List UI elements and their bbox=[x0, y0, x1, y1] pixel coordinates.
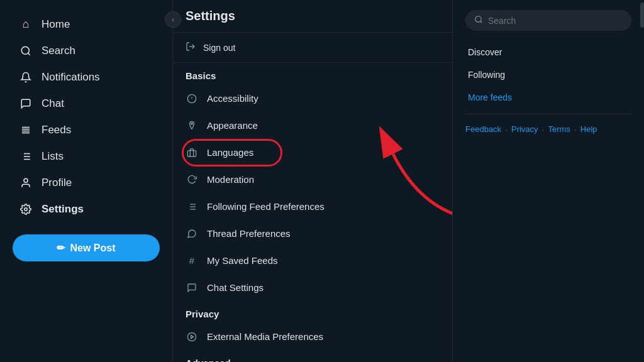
external-media-icon bbox=[186, 332, 198, 342]
settings-item-thread-prefs[interactable]: Thread Preferences bbox=[173, 220, 452, 247]
search-bar-icon bbox=[474, 15, 483, 26]
section-title-advanced: Advanced bbox=[173, 350, 452, 362]
terms-link[interactable]: Terms bbox=[548, 124, 570, 134]
sidebar-item-search[interactable]: Search bbox=[10, 38, 162, 63]
help-link[interactable]: Help bbox=[580, 124, 597, 134]
sign-out-label: Sign out bbox=[203, 43, 235, 53]
sidebar-item-home-label: Home bbox=[42, 18, 70, 31]
settings-item-accessibility[interactable]: Accessibility bbox=[173, 85, 452, 112]
settings-item-chat-settings[interactable]: Chat Settings bbox=[173, 274, 452, 301]
lists-icon bbox=[19, 151, 33, 162]
svg-point-26 bbox=[187, 332, 196, 341]
sidebar-item-feeds-label: Feeds bbox=[42, 124, 71, 136]
more-feeds-link[interactable]: More feeds bbox=[465, 89, 631, 106]
settings-item-external-media[interactable]: External Media Preferences bbox=[173, 323, 452, 350]
sidebar-item-notifications[interactable]: Notifications bbox=[10, 65, 162, 90]
scrollbar-track bbox=[640, 0, 644, 362]
sidebar-nav: ⌂ Home Search Notifications Chat F bbox=[0, 6, 172, 227]
new-post-icon: ✏ bbox=[57, 242, 65, 254]
languages-label: Languages bbox=[207, 147, 253, 158]
thread-prefs-icon bbox=[186, 229, 198, 239]
following-link[interactable]: Following bbox=[465, 66, 631, 84]
accessibility-label: Accessibility bbox=[207, 93, 258, 104]
moderation-label: Moderation bbox=[207, 174, 254, 185]
new-post-button[interactable]: ✏ New Post bbox=[13, 234, 160, 261]
sidebar-item-profile-label: Profile bbox=[42, 177, 72, 189]
footer-links: Feedback · Privacy · Terms · Help bbox=[465, 124, 631, 134]
feeds-icon bbox=[19, 124, 33, 136]
svg-line-30 bbox=[480, 21, 482, 23]
languages-icon bbox=[186, 148, 198, 158]
following-feed-icon bbox=[186, 202, 198, 212]
sidebar-item-feeds[interactable]: Feeds bbox=[10, 118, 162, 143]
sidebar-collapse-button[interactable]: ‹ bbox=[165, 11, 181, 28]
sidebar: ‹ ⌂ Home Search Notifications Chat bbox=[0, 0, 173, 362]
sidebar-item-profile[interactable]: Profile bbox=[10, 170, 162, 195]
settings-item-moderation[interactable]: Moderation bbox=[173, 166, 452, 193]
right-panel: Discover Following More feeds Feedback ·… bbox=[453, 0, 644, 362]
divider bbox=[465, 114, 631, 114]
sidebar-item-lists-label: Lists bbox=[42, 150, 64, 163]
settings-item-following-feed[interactable]: Following Feed Preferences bbox=[173, 193, 452, 220]
search-input[interactable] bbox=[488, 16, 623, 26]
moderation-icon bbox=[186, 175, 198, 185]
sidebar-item-chat[interactable]: Chat bbox=[10, 91, 162, 116]
scrollbar-thumb[interactable] bbox=[640, 3, 644, 28]
svg-point-29 bbox=[475, 16, 481, 22]
search-bar[interactable] bbox=[465, 10, 631, 31]
chat-icon bbox=[19, 98, 33, 109]
svg-line-1 bbox=[28, 53, 30, 55]
sidebar-item-chat-label: Chat bbox=[42, 97, 64, 110]
sidebar-item-settings[interactable]: Settings bbox=[10, 197, 162, 222]
appearance-icon bbox=[186, 121, 198, 131]
saved-feeds-label: My Saved Feeds bbox=[207, 255, 278, 266]
home-icon: ⌂ bbox=[19, 18, 33, 31]
section-title-basics: Basics bbox=[173, 63, 452, 85]
sign-out-icon bbox=[186, 41, 196, 53]
settings-icon bbox=[19, 204, 33, 215]
svg-point-18 bbox=[191, 123, 193, 124]
settings-item-appearance[interactable]: Appearance bbox=[173, 112, 452, 139]
settings-item-languages[interactable]: Languages bbox=[173, 139, 452, 166]
settings-panel: Settings Sign out Basics Accessibility A… bbox=[173, 0, 453, 362]
external-media-label: External Media Preferences bbox=[207, 331, 323, 342]
svg-point-12 bbox=[24, 178, 28, 182]
discover-link[interactable]: Discover bbox=[465, 43, 631, 61]
sidebar-item-home[interactable]: ⌂ Home bbox=[10, 11, 162, 37]
svg-point-0 bbox=[21, 47, 29, 54]
bell-icon bbox=[19, 72, 33, 83]
settings-title: Settings bbox=[186, 9, 235, 23]
settings-header: Settings bbox=[173, 0, 452, 33]
new-post-label: New Post bbox=[70, 243, 115, 254]
chat-settings-label: Chat Settings bbox=[207, 282, 264, 293]
sidebar-item-notifications-label: Notifications bbox=[42, 71, 100, 84]
sidebar-item-search-label: Search bbox=[42, 45, 75, 57]
svg-marker-27 bbox=[191, 335, 194, 338]
accessibility-icon bbox=[186, 94, 198, 104]
sign-out-item[interactable]: Sign out bbox=[173, 33, 452, 63]
search-icon bbox=[19, 45, 33, 57]
thread-prefs-label: Thread Preferences bbox=[207, 228, 291, 239]
section-title-privacy: Privacy bbox=[173, 301, 452, 323]
sidebar-item-settings-label: Settings bbox=[42, 203, 84, 216]
settings-item-saved-feeds[interactable]: # My Saved Feeds bbox=[173, 247, 452, 274]
privacy-link[interactable]: Privacy bbox=[511, 124, 538, 134]
feedback-link[interactable]: Feedback bbox=[465, 124, 501, 134]
svg-point-13 bbox=[25, 208, 28, 211]
appearance-label: Appearance bbox=[207, 120, 258, 131]
svg-rect-19 bbox=[187, 150, 196, 156]
following-feed-label: Following Feed Preferences bbox=[207, 201, 325, 212]
sidebar-item-lists[interactable]: Lists bbox=[10, 144, 162, 169]
chat-settings-icon bbox=[186, 283, 198, 293]
saved-feeds-icon: # bbox=[186, 255, 198, 266]
profile-icon bbox=[19, 177, 33, 189]
